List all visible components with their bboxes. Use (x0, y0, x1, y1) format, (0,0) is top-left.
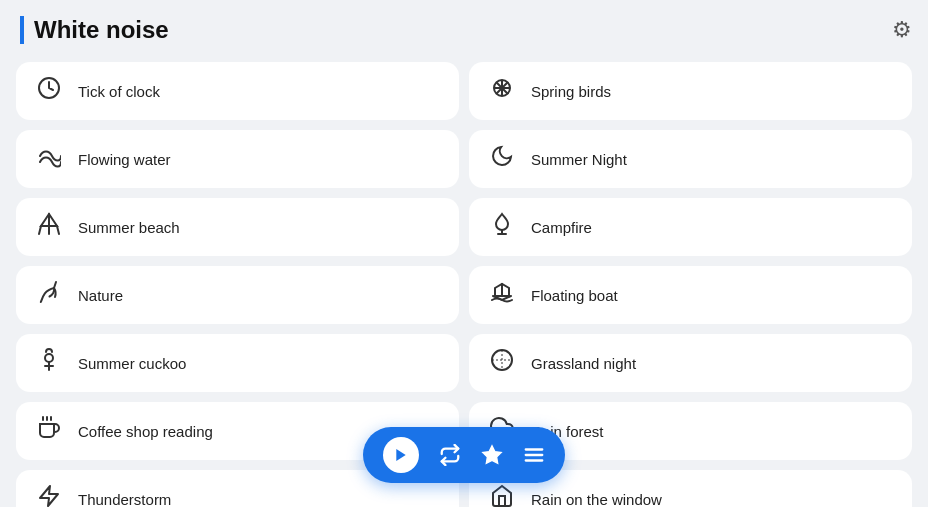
sound-label-grassland-night: Grassland night (531, 355, 636, 372)
svg-marker-15 (40, 486, 58, 506)
player-bar (363, 427, 565, 483)
sound-label-flowing-water: Flowing water (78, 151, 171, 168)
play-button[interactable] (383, 437, 419, 473)
svg-marker-25 (483, 446, 501, 463)
sound-item-campfire[interactable]: Campfire (469, 198, 912, 256)
grassland-night-icon (487, 348, 517, 378)
sound-label-floating-boat: Floating boat (531, 287, 618, 304)
sound-label-rain-window: Rain on the window (531, 491, 662, 508)
sound-label-coffee-shop: Coffee shop reading (78, 423, 213, 440)
sound-item-spring-birds[interactable]: Spring birds (469, 62, 912, 120)
sound-item-nature[interactable]: Nature (16, 266, 459, 324)
tick-of-clock-icon (34, 76, 64, 106)
sound-item-summer-cuckoo[interactable]: Summer cuckoo (16, 334, 459, 392)
sound-label-tick-of-clock: Tick of clock (78, 83, 160, 100)
summer-night-icon (487, 144, 517, 174)
floating-boat-icon (487, 280, 517, 310)
app-header: White noise ⚙ (16, 16, 912, 44)
sound-item-tick-of-clock[interactable]: Tick of clock (16, 62, 459, 120)
sound-label-spring-birds: Spring birds (531, 83, 611, 100)
sound-label-summer-beach: Summer beach (78, 219, 180, 236)
coffee-shop-icon (34, 416, 64, 446)
nature-icon (34, 280, 64, 310)
sound-item-summer-beach[interactable]: Summer beach (16, 198, 459, 256)
list-button[interactable] (523, 444, 545, 466)
sound-label-summer-cuckoo: Summer cuckoo (78, 355, 186, 372)
sound-item-flowing-water[interactable]: Flowing water (16, 130, 459, 188)
svg-point-4 (45, 354, 53, 362)
flowing-water-icon (34, 144, 64, 174)
sound-item-grassland-night[interactable]: Grassland night (469, 334, 912, 392)
sound-item-summer-night[interactable]: Summer Night (469, 130, 912, 188)
sound-label-thunderstorm: Thunderstorm (78, 491, 171, 508)
summer-beach-icon (34, 212, 64, 242)
sound-label-nature: Nature (78, 287, 123, 304)
svg-marker-24 (396, 449, 405, 461)
sound-item-floating-boat[interactable]: Floating boat (469, 266, 912, 324)
summer-cuckoo-icon (34, 348, 64, 378)
campfire-icon (487, 212, 517, 242)
sound-label-campfire: Campfire (531, 219, 592, 236)
sound-label-summer-night: Summer Night (531, 151, 627, 168)
favorite-button[interactable] (481, 444, 503, 466)
page-title: White noise (20, 16, 169, 44)
repeat-button[interactable] (439, 444, 461, 466)
thunderstorm-icon (34, 484, 64, 507)
spring-birds-icon (487, 76, 517, 106)
rain-window-icon (487, 484, 517, 507)
settings-button[interactable]: ⚙ (892, 17, 912, 43)
